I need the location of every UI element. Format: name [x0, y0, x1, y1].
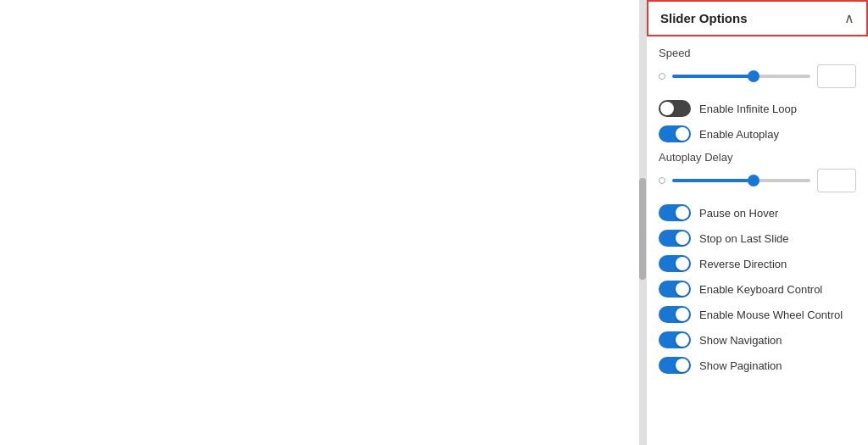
toggle-thumb-navigation — [676, 333, 689, 347]
section-title: Slider Options — [660, 11, 748, 25]
speed-slider-row — [659, 64, 856, 88]
toggle-reverse[interactable] — [659, 255, 691, 272]
toggle-thumb-pagination — [676, 359, 689, 372]
right-panel: Slider Options ∧ Speed Enable Infinite L… — [646, 0, 868, 445]
toggle-label-infinite-loop: Enable Infinite Loop — [699, 103, 797, 115]
toggle-row-pagination: Show Pagination — [659, 357, 856, 374]
toggle-label-reverse: Reverse Direction — [699, 258, 787, 270]
autoplay-delay-slider-dot — [659, 177, 665, 184]
speed-label: Speed — [659, 47, 856, 59]
autoplay-delay-group: Autoplay Delay — [659, 151, 856, 192]
toggle-thumb-keyboard — [676, 282, 689, 296]
toggle-row-mousewheel: Enable Mouse Wheel Control — [659, 306, 856, 323]
toggle-thumb-reverse — [676, 257, 689, 270]
toggle-label-stop-last: Stop on Last Slide — [699, 232, 789, 245]
toggle-label-pause-hover: Pause on Hover — [699, 207, 778, 220]
autoplay-delay-label: Autoplay Delay — [659, 151, 856, 164]
autoplay-delay-slider-row — [659, 169, 856, 192]
toggle-label-pagination: Show Pagination — [699, 359, 782, 372]
speed-value-input[interactable] — [817, 64, 856, 88]
speed-slider[interactable] — [672, 75, 810, 78]
section-content: Speed Enable Infinite Loop Enable Autopl… — [647, 36, 868, 445]
toggle-navigation[interactable] — [659, 331, 691, 348]
toggle-pagination[interactable] — [659, 357, 691, 374]
speed-group: Speed — [659, 47, 856, 88]
toggle-thumb-pause-hover — [676, 206, 689, 220]
chevron-up-icon: ∧ — [844, 10, 854, 26]
toggle-row-pause-hover: Pause on Hover — [659, 204, 856, 221]
left-panel — [0, 0, 646, 445]
toggle-row-navigation: Show Navigation — [659, 331, 856, 348]
toggle-row-reverse: Reverse Direction — [659, 255, 856, 272]
speed-slider-dot — [659, 73, 665, 80]
section-header[interactable]: Slider Options ∧ — [647, 0, 868, 36]
toggle-row-keyboard: Enable Keyboard Control — [659, 281, 856, 298]
toggle-row-infinite-loop: Enable Infinite Loop — [659, 100, 856, 117]
toggle-pause-hover[interactable] — [659, 204, 691, 221]
scrollbar-track — [639, 0, 646, 445]
autoplay-delay-slider[interactable] — [672, 179, 810, 182]
toggle-autoplay[interactable] — [659, 125, 691, 142]
toggle-row-autoplay: Enable Autoplay — [659, 125, 856, 142]
toggle-label-navigation: Show Navigation — [699, 334, 782, 347]
toggle-thumb-autoplay — [676, 127, 689, 141]
toggle-mousewheel[interactable] — [659, 306, 691, 323]
toggle-label-keyboard: Enable Keyboard Control — [699, 283, 822, 296]
autoplay-delay-value-input[interactable] — [817, 169, 856, 192]
toggle-row-stop-last: Stop on Last Slide — [659, 230, 856, 247]
toggle-keyboard[interactable] — [659, 281, 691, 298]
toggle-thumb-mousewheel — [676, 308, 689, 321]
toggle-stop-last[interactable] — [659, 230, 691, 247]
toggle-infinite-loop[interactable] — [659, 100, 691, 117]
toggle-thumb-infinite-loop — [660, 102, 674, 115]
toggle-label-autoplay: Enable Autoplay — [699, 128, 779, 141]
scrollbar-thumb[interactable] — [639, 178, 646, 280]
toggle-label-mousewheel: Enable Mouse Wheel Control — [699, 309, 843, 321]
toggle-thumb-stop-last — [676, 231, 689, 245]
